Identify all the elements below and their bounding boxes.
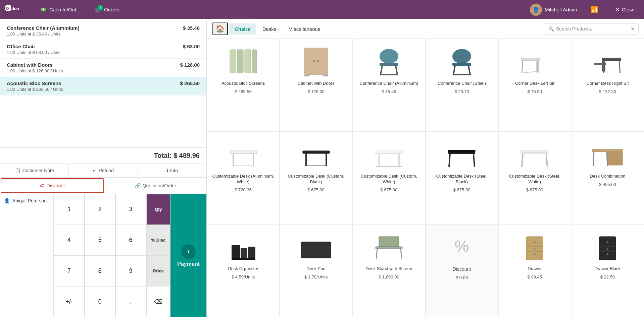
refund-label: Refund [99,168,114,173]
product-name: Desk Organizer [228,266,258,272]
search-icon: 🔍 [548,26,554,31]
numpad-backspace[interactable]: ⌫ [146,286,171,317]
svg-point-73 [534,248,536,250]
numpad-3[interactable]: 3 [115,194,146,225]
payment-button[interactable]: › Payment [170,194,206,317]
home-button[interactable]: 🏠 [212,22,228,35]
numpad-8[interactable]: 8 [85,256,115,287]
numpad-dot[interactable]: . [115,286,146,317]
product-image: % [445,230,479,263]
numpad-2[interactable]: 2 [85,194,115,225]
cat-chairs[interactable]: Chairs [229,23,256,35]
product-card-drawer[interactable]: Drawer $ 99.45 [498,224,571,317]
table-row[interactable]: Conference Chair (Aluminium) $ 35.46 1.0… [0,22,206,40]
action-tabs: 📋 Customer Note ↩ Refund ℹ Info [0,164,206,178]
svg-text:o: o [6,5,9,11]
order-total: Total: $ 489.96 [0,147,206,164]
customer-row: 👤 Abigail Peterson [4,198,49,203]
table-row[interactable]: Cabinet with Doors $ 126.00 1.00 Units a… [0,59,206,77]
numpad-0[interactable]: 0 [85,286,115,317]
table-row[interactable]: Acoustic Bloc Screens $ 265.50 1.00 Unit… [0,77,206,96]
svg-rect-62 [302,243,330,257]
product-card-customizable-desk-custom-black[interactable]: Customizable Desk (Custom, Black) $ 675.… [280,132,352,225]
svg-rect-3 [230,50,236,73]
svg-line-21 [468,66,470,75]
quotation-order-tab[interactable]: 🔗 Quotation/Order [105,178,207,194]
product-card-conference-chair-steel[interactable]: Conference Chair (Steel) $ 29.70 [426,39,498,132]
product-image [299,137,333,171]
product-card-corner-desk-left-sit[interactable]: Corner Desk Left Sit $ 76.50 [498,39,571,132]
product-card-customizable-desk-aluminium-white[interactable]: Customizable Desk (Aluminium, White) $ 7… [207,132,280,225]
product-card-customizable-desk-steel-black[interactable]: Customizable Desk (Steel, Black) $ 675.0… [426,132,498,225]
discount-tab[interactable]: 🏷 Discount [1,178,104,193]
product-card-conference-chair-aluminium[interactable]: Conference Chair (Aluminium) $ 35.46 [352,39,425,132]
numpad-5[interactable]: 5 [85,225,115,256]
numpad-7[interactable]: 7 [54,256,85,287]
svg-rect-11 [304,75,309,76]
main-layout: Conference Chair (Aluminium) $ 35.46 1.0… [0,19,644,317]
cat-desks[interactable]: Desks [257,23,282,35]
svg-line-48 [474,154,475,167]
svg-line-67 [401,249,402,259]
quotation-order-label: Quotation/Order [143,183,176,188]
cash-in-out-button[interactable]: 💵 Cash In/Out [36,5,80,15]
order-list: Conference Chair (Aluminium) $ 35.46 1.0… [0,19,206,147]
table-row[interactable]: Office Chair $ 63.00 1.00 Units at $ 63.… [0,40,206,59]
svg-point-10 [317,60,319,62]
product-image [518,137,551,171]
product-card-corner-desk-right-sit[interactable]: Corner Desk Right Sit $ 132.30 [571,39,644,132]
product-name: Conference Chair (Aluminium) [359,81,418,86]
product-card-customizable-desk-custom-white[interactable]: Customizable Desk (Custom, White) $ 675.… [352,132,425,225]
product-price: $ 4.59/Units [232,274,255,279]
price-button[interactable]: Price [146,256,171,287]
right-panel: 🏠 Chairs Desks Miscellaneous 🔍 ✕ [207,19,644,317]
product-card-desk-combination[interactable]: Desk Combination $ 405.00 [571,132,644,225]
refund-tab[interactable]: ↩ Refund [69,164,138,177]
product-name: Customizable Desk (Custom, Black) [284,174,348,185]
product-card-discount[interactable]: % Discount $ 0.00 [426,224,498,317]
svg-point-74 [534,253,536,255]
product-price: $ 675.00 [307,187,325,192]
svg-rect-60 [232,258,255,260]
item-sub: 1.00 Units at $ 126.00 / Units [7,68,200,73]
numpad-plusminus[interactable]: +/- [54,286,85,317]
svg-text:%: % [455,237,469,255]
orders-button[interactable]: 🛒 1 Orders [91,5,123,15]
wifi-icon: 📶 [591,6,598,13]
svg-rect-33 [230,151,257,153]
svg-line-20 [453,66,455,75]
product-card-desk-stand-with-screen[interactable]: Desk Stand with Screen $ 1,890.00 [352,224,425,317]
qty-button[interactable]: Qty [146,194,171,225]
disc-button[interactable]: % Disc [146,225,171,256]
close-button[interactable]: ✕ Close [611,5,639,15]
product-card-drawer-black[interactable]: Drawer Black $ 22.50 [571,224,644,317]
product-card-cabinet-with-doors[interactable]: Cabinet with Doors $ 126.00 [280,39,352,132]
customer-note-tab[interactable]: 📋 Customer Note [0,164,69,177]
product-card-desk-organizer[interactable]: Desk Organizer $ 4.59/Units [207,224,280,317]
product-price: $ 126.00 [307,89,325,94]
product-price: $ 265.50 [235,89,252,94]
product-price: $ 675.00 [526,187,543,192]
item-sub: 1.00 Units at $ 63.00 / Units [7,50,200,55]
item-sub: 1.00 Units at $ 35.46 / Units [7,31,200,37]
svg-point-18 [452,49,471,64]
product-card-customizable-desk-steel-white[interactable]: Customizable Desk (Steel, White) $ 675.0… [498,132,571,225]
numpad-9[interactable]: 9 [115,256,146,287]
search-input[interactable] [556,26,629,31]
cat-miscellaneous[interactable]: Miscellaneous [283,23,326,35]
product-card-desk-pad[interactable]: Desk Pad $ 1.78/Units [280,224,352,317]
svg-point-79 [606,248,608,250]
refund-icon: ↩ [93,168,97,173]
numpad-4[interactable]: 4 [54,225,85,256]
numpad-6[interactable]: 6 [115,225,146,256]
info-tab[interactable]: ℹ Info [138,164,206,177]
product-name: Drawer [528,266,542,272]
cash-icon: 💵 [40,7,47,13]
product-price: $ 405.00 [599,182,616,187]
numpad-1[interactable]: 1 [54,194,85,225]
product-card-acoustic-bloc-screens[interactable]: Acoustic Bloc Screens $ 265.50 [207,39,280,132]
clear-search-icon[interactable]: ✕ [631,26,635,32]
customer-section: 👤 Abigail Peterson [0,194,54,317]
action-tabs2: 🏷 Discount 🔗 Quotation/Order [0,178,206,194]
product-image [591,137,624,171]
